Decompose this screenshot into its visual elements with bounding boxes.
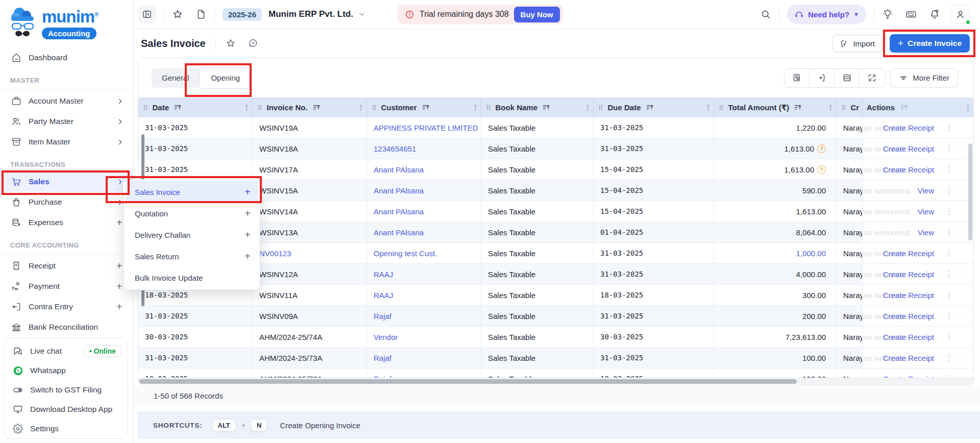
notification-bell-icon[interactable] [929,9,940,20]
chevron-down-icon[interactable] [358,10,366,18]
view-link[interactable]: View [918,186,934,195]
create-receipt-link[interactable]: Create Receipt [883,270,934,279]
column-menu-icon[interactable] [243,103,251,112]
cell-customer[interactable]: Anant PAlsana [367,180,481,201]
row-menu-icon[interactable] [945,144,953,153]
row-menu-icon[interactable] [945,207,953,216]
cell-customer[interactable]: Rajaf [367,368,481,378]
row-menu-icon[interactable] [945,332,953,341]
flyout-item-sales-invoice[interactable]: Sales Invoice [126,181,258,203]
row-menu-icon[interactable] [945,269,953,279]
cell-customer[interactable]: APPINESS PRIVATE LIMITED [367,117,481,138]
favorite-star-icon[interactable] [226,38,236,48]
keyboard-icon[interactable] [905,9,917,20]
more-filter-button[interactable]: More Filter [890,68,958,88]
create-receipt-link[interactable]: Create Receipt [883,249,934,258]
plus-icon[interactable] [116,303,125,311]
drag-handle-icon[interactable] [372,103,377,112]
cell-customer[interactable]: 1234654651 [367,138,481,159]
drag-handle-icon[interactable] [598,103,603,112]
row-menu-icon[interactable] [945,353,953,362]
row-density-icon[interactable] [835,69,860,87]
buy-now-button[interactable]: Buy Now [514,7,560,22]
plus-icon[interactable] [244,251,251,262]
tab-opening[interactable]: Opening [199,67,252,89]
table-vertical-scrollbar[interactable] [968,143,972,240]
cell-customer[interactable]: Rajaf [367,348,481,368]
plus-icon[interactable] [244,208,251,219]
sidebar-item-purchase[interactable]: Purchase [0,192,133,212]
sort-icon[interactable] [646,103,654,112]
column-menu-icon[interactable] [827,103,835,112]
column-header-customer[interactable]: Customer [367,97,481,117]
row-menu-icon[interactable] [945,249,953,258]
sort-icon[interactable] [312,103,321,112]
drag-handle-icon[interactable] [486,103,491,112]
flyout-item-sales-return[interactable]: Sales Return [124,245,260,267]
row-menu-icon[interactable] [945,186,953,195]
sidebar-item-item-master[interactable]: Item Master [0,132,133,152]
create-receipt-link[interactable]: Create Receipt [883,291,934,300]
cell-customer[interactable]: Vendor [367,327,481,347]
column-header-total-amount[interactable]: Total Amount (₹) [714,97,837,117]
add-entry-icon[interactable] [810,69,835,87]
sidebar-item-account-master[interactable]: Account Master [0,91,133,111]
document-icon[interactable] [195,9,207,20]
column-menu-icon[interactable] [584,103,592,112]
cell-customer[interactable]: Anant PAlsana [367,159,481,180]
tab-general[interactable]: General [152,68,199,88]
plus-icon[interactable] [244,186,251,198]
column-menu-icon[interactable] [472,103,479,112]
column-menu-icon[interactable] [704,103,712,112]
cell-customer[interactable]: RAAJ [367,264,481,284]
sidebar-item-settings[interactable]: Settings [5,419,128,438]
row-menu-icon[interactable] [945,165,953,174]
sidebar-item-party-master[interactable]: Party Master [0,111,133,132]
idea-bulb-icon[interactable] [882,9,893,20]
create-invoice-button[interactable]: + Create Invoice [890,34,970,53]
need-help-button[interactable]: Need help? ▼ [787,5,866,24]
view-link[interactable]: View [918,228,934,237]
plus-icon[interactable] [244,229,251,241]
fullscreen-expand-icon[interactable] [860,69,885,87]
table-horizontal-scrollbar[interactable] [138,378,973,384]
sort-icon[interactable] [422,103,430,112]
favorites-star-icon[interactable] [172,9,183,20]
sidebar-item-expenses[interactable]: Expenses [0,212,133,233]
row-menu-icon[interactable] [945,290,953,300]
profile-button[interactable] [950,5,970,24]
import-button[interactable]: Import [832,35,883,52]
cell-customer[interactable]: Rajaf [367,306,481,326]
cell-customer[interactable]: Opening test Cust. [367,243,481,263]
fiscal-year-badge[interactable]: 2025-26 [223,8,262,21]
sidebar-item-sales[interactable]: Sales [0,171,133,192]
search-icon[interactable] [760,9,771,20]
column-header-book-name[interactable]: Book Name [481,97,594,117]
column-header-due-date[interactable]: Due Date [594,97,714,117]
brand-logo[interactable]: munim® Accounting [0,0,133,47]
help-chat-icon[interactable]: ? [248,38,258,48]
drag-handle-icon[interactable] [719,103,724,112]
cell-customer[interactable]: Anant PAlsana [367,222,481,242]
column-menu-icon[interactable] [964,103,972,112]
sort-icon[interactable] [174,103,182,112]
drag-handle-icon[interactable] [143,103,148,112]
row-menu-icon[interactable] [945,123,953,132]
sort-icon[interactable] [542,103,551,112]
flyout-item-bulk-invoice-update[interactable]: Bulk Invoice Update [124,267,260,288]
create-receipt-link[interactable]: Create Receipt [883,165,934,174]
sidebar-collapse-button[interactable] [138,5,156,23]
row-menu-icon[interactable] [945,311,953,321]
row-menu-icon[interactable] [945,228,953,237]
sidebar-item-whatsapp[interactable]: Whatsapp [5,361,128,380]
create-receipt-link[interactable]: Create Receipt [883,354,934,362]
drag-handle-icon[interactable] [841,103,846,112]
company-name[interactable]: Munim ERP Pvt. Ltd. [268,9,353,19]
column-header-invoice-no[interactable]: Invoice No. [253,97,367,117]
amount-value[interactable]: 1,000.00 [796,249,826,258]
sidebar-item-live-chat[interactable]: Live chat• Online [5,341,128,361]
flyout-item-delivery-challan[interactable]: Delivery Challan [124,224,260,245]
flyout-item-quotation[interactable]: Quotation [124,203,260,224]
sidebar-item-dashboard[interactable]: Dashboard [0,47,133,68]
column-menu-icon[interactable] [357,103,365,112]
